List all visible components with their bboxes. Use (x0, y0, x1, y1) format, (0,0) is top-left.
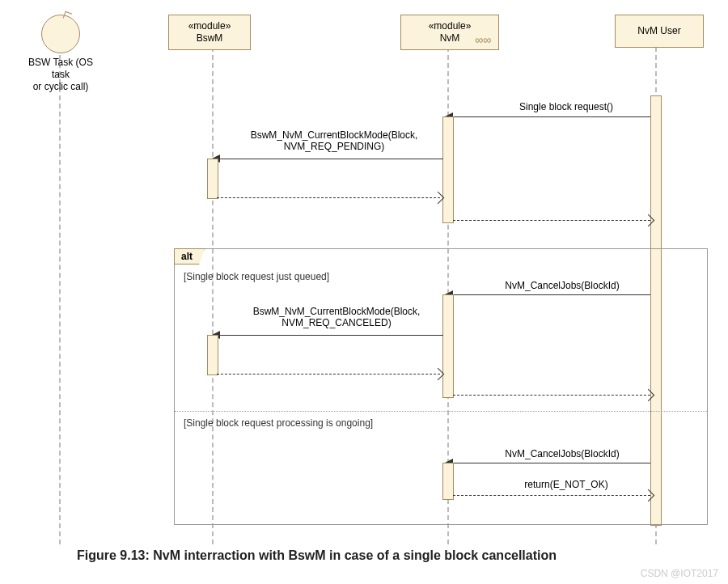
msg-cancel-2-label: NvM_CancelJobs(BlockId) (477, 448, 647, 459)
msg-current-block-canceled: BswM_NvM_CurrentBlockMode(Block, NVM_REQ… (231, 306, 442, 328)
activation-bswm-2 (207, 335, 218, 375)
msg-single-block-request-label: Single block request() (485, 101, 647, 112)
return-notok-line (453, 495, 650, 496)
msg-current-block-pending: BswM_NvM_CurrentBlockMode(Block, NVM_REQ… (229, 129, 439, 152)
return-canceled-line (217, 374, 440, 375)
activation-bswm-1 (207, 159, 218, 199)
msg-canceled-l1: BswM_NvM_CurrentBlockMode(Block, (231, 306, 442, 317)
msg-cancel-2-line (453, 463, 650, 463)
user-name: NvM User (627, 25, 692, 37)
alt-separator (175, 411, 707, 412)
actor-circle-icon (41, 15, 80, 53)
return-sbr-line (453, 220, 650, 221)
watermark: CSDN @IOT2017 (641, 568, 718, 579)
lifeline-bswm: «module» BswM (168, 15, 251, 50)
msg-return-notok-label: return(E_NOT_OK) (485, 479, 647, 490)
msg-cancel-1-label: NvM_CancelJobs(BlockId) (477, 280, 647, 291)
guard-queued: [Single block request just queued] (184, 271, 329, 282)
msg-pending-line (220, 159, 443, 159)
guard-processing: [Single block request processing is ongo… (184, 417, 373, 429)
lifeline-nvm: «module» NvM ∞∞ (400, 15, 499, 50)
msg-canceled-line (220, 335, 443, 336)
sequence-diagram: BSW Task (OS task or cyclic call) «modul… (0, 0, 728, 584)
lifeline-bsw-task-line (59, 55, 61, 544)
msg-pending-l2: NVM_REQ_PENDING) (229, 141, 439, 152)
activation-nvm-2 (442, 294, 454, 398)
msg-cancel-1-line (453, 294, 650, 295)
return-cancel1-line (453, 395, 650, 396)
figure-caption: Figure 9.13: NvM interraction with BswM … (77, 548, 557, 563)
infinity-icon: ∞∞ (475, 33, 491, 48)
msg-canceled-l2: NVM_REQ_CANCELED) (231, 317, 442, 328)
msg-single-block-request-line (453, 116, 650, 117)
bswm-stereotype: «module» (177, 20, 242, 32)
activation-nvm-3 (442, 463, 454, 500)
lifeline-user: NvM User (615, 15, 704, 48)
bsw-task-label: BSW Task (OS task or cyclic call) (24, 57, 97, 93)
lifeline-bsw-task: BSW Task (OS task or cyclic call) (24, 15, 97, 93)
activation-nvm-1 (442, 116, 454, 223)
bswm-name: BswM (177, 32, 242, 44)
alt-tag: alt (174, 248, 205, 264)
return-pending-line (217, 197, 440, 198)
msg-pending-l1: BswM_NvM_CurrentBlockMode(Block, (229, 129, 439, 141)
nvm-stereotype: «module» (409, 20, 490, 32)
